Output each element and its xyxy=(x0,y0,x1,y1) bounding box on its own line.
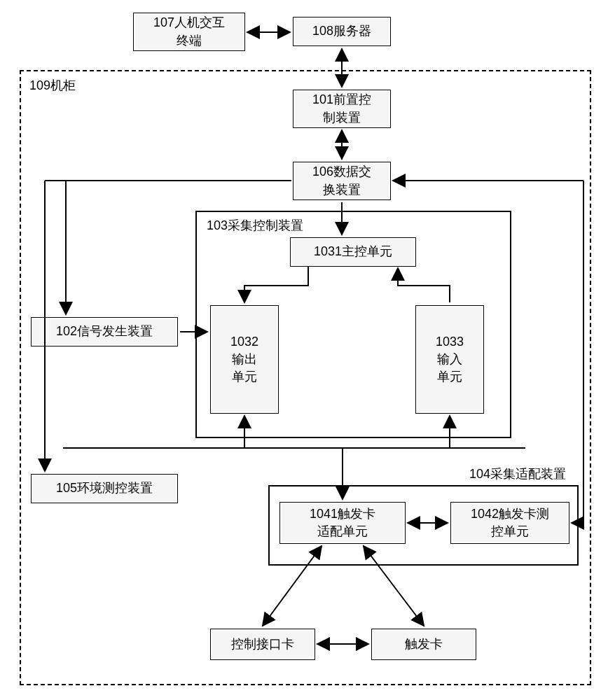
node-102: 102信号发生装置 xyxy=(31,317,178,346)
node-101: 101前置控制装置 xyxy=(293,90,391,128)
node-1033-label: 1033输入单元 xyxy=(436,333,464,386)
label-103: 103采集控制装置 xyxy=(207,217,303,234)
node-106: 106数据交换装置 xyxy=(293,162,391,200)
node-108-label: 108服务器 xyxy=(312,22,371,40)
node-1041: 1041触发卡适配单元 xyxy=(279,502,406,544)
node-1042-label: 1042触发卡测控单元 xyxy=(471,505,549,540)
node-1042: 1042触发卡测控单元 xyxy=(450,502,569,544)
node-1032: 1032输出单元 xyxy=(210,305,279,414)
node-101-label: 101前置控制装置 xyxy=(312,91,371,126)
node-106-label: 106数据交换装置 xyxy=(312,163,371,198)
node-105: 105环境测控装置 xyxy=(31,474,178,503)
label-109: 109机柜 xyxy=(29,77,76,94)
node-ctrl-interface-card: 控制接口卡 xyxy=(210,629,315,660)
node-102-label: 102信号发生装置 xyxy=(56,323,153,340)
node-1032-label: 1032输出单元 xyxy=(230,333,258,386)
node-1031-label: 1031主控单元 xyxy=(314,243,392,260)
node-107: 107人机交互终端 xyxy=(133,13,245,51)
node-1033: 1033输入单元 xyxy=(415,305,484,414)
node-1041-label: 1041触发卡适配单元 xyxy=(310,505,375,540)
node-105-label: 105环境测控装置 xyxy=(56,479,153,497)
node-ctrl-label: 控制接口卡 xyxy=(231,636,294,653)
node-trigger-card: 触发卡 xyxy=(371,629,476,660)
node-1031: 1031主控单元 xyxy=(290,237,416,267)
node-107-label: 107人机交互终端 xyxy=(153,14,225,49)
node-trig-label: 触发卡 xyxy=(405,636,443,653)
node-108: 108服务器 xyxy=(293,17,391,46)
label-104: 104采集适配装置 xyxy=(469,465,566,482)
